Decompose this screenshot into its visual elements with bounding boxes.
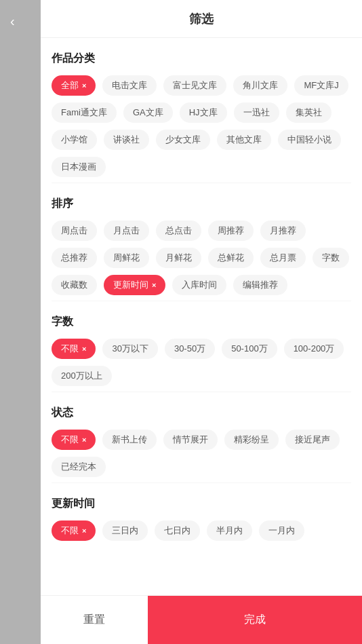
tag-category-9[interactable]: 集英社 xyxy=(286,102,331,123)
tag-label: 不限 xyxy=(61,525,79,537)
tag-label: 周推荐 xyxy=(218,225,244,235)
tag-sort-13[interactable]: 入库时间 xyxy=(172,275,226,295)
section-category: 作品分类全部×电击文库富士见文库角川文库MF文库JFami通文库GA文库HJ文库… xyxy=(52,38,351,183)
tag-label: 少女文库 xyxy=(165,134,201,145)
tag-status-0[interactable]: 不限× xyxy=(52,430,96,450)
tag-category-13[interactable]: 其他文库 xyxy=(217,130,271,150)
tag-label: 30万以下 xyxy=(112,343,148,354)
confirm-button[interactable]: 完成 xyxy=(148,596,362,644)
tag-label: 中国轻小说 xyxy=(287,134,331,145)
tag-label: 七日内 xyxy=(164,525,190,535)
tag-sort-5[interactable]: 总推荐 xyxy=(52,248,97,268)
tag-label: 总推荐 xyxy=(61,252,87,263)
panel-title: 筛选 xyxy=(189,11,214,27)
tag-status-1[interactable]: 新书上传 xyxy=(102,430,157,450)
tag-label: 编辑推荐 xyxy=(243,280,278,290)
tag-status-3[interactable]: 精彩纷呈 xyxy=(224,430,279,450)
section-update-time: 更新时间不限×三日内七日内半月内一月内 xyxy=(52,482,351,546)
tag-label: 讲谈社 xyxy=(113,134,140,145)
tag-label: 总鲜花 xyxy=(218,252,244,263)
tag-sort-0[interactable]: 周点击 xyxy=(52,221,97,241)
tag-label: 角川文库 xyxy=(243,80,278,90)
tag-close-icon[interactable]: × xyxy=(82,527,86,535)
tag-sort-8[interactable]: 总鲜花 xyxy=(208,248,254,268)
tag-category-11[interactable]: 讲谈社 xyxy=(104,130,149,150)
tag-status-4[interactable]: 接近尾声 xyxy=(285,430,340,450)
footer-bar: 重置 完成 xyxy=(41,595,362,644)
tag-update-time-1[interactable]: 三日内 xyxy=(102,520,148,541)
tag-wordcount-1[interactable]: 30万以下 xyxy=(102,339,157,359)
tags-wrap-update-time: 不限×三日内七日内半月内一月内 xyxy=(52,520,351,541)
tag-close-icon[interactable]: × xyxy=(82,81,86,90)
tag-label: 不限 xyxy=(61,434,79,446)
tag-sort-14[interactable]: 编辑推荐 xyxy=(233,275,287,295)
tag-category-1[interactable]: 电击文库 xyxy=(102,75,157,96)
tag-close-icon[interactable]: × xyxy=(82,436,86,444)
tag-wordcount-2[interactable]: 30-50万 xyxy=(165,339,215,359)
tag-label: 30-50万 xyxy=(174,343,205,354)
tag-update-time-0[interactable]: 不限× xyxy=(52,520,96,541)
tag-category-3[interactable]: 角川文库 xyxy=(233,75,287,96)
tag-status-5[interactable]: 已经完本 xyxy=(52,457,106,477)
tag-label: 收藏数 xyxy=(61,280,87,290)
tag-label: 已经完本 xyxy=(61,461,96,472)
reset-button[interactable]: 重置 xyxy=(41,596,148,644)
tag-status-2[interactable]: 情节展开 xyxy=(163,430,218,450)
tag-sort-10[interactable]: 字数 xyxy=(313,248,349,268)
tag-category-12[interactable]: 少女文库 xyxy=(156,130,210,150)
tag-category-15[interactable]: 日本漫画 xyxy=(52,157,106,177)
back-button[interactable]: ‹ xyxy=(10,14,15,29)
tag-update-time-3[interactable]: 半月内 xyxy=(207,520,252,541)
tag-label: 富士见文库 xyxy=(173,80,217,90)
tag-label: 日本漫画 xyxy=(61,162,96,172)
tag-label: 电击文库 xyxy=(112,80,147,90)
tag-label: 字数 xyxy=(322,252,340,263)
tag-wordcount-3[interactable]: 50-100万 xyxy=(222,339,277,359)
tag-close-icon[interactable]: × xyxy=(82,345,86,353)
tag-wordcount-5[interactable]: 200万以上 xyxy=(52,366,112,386)
tag-label: 200万以上 xyxy=(61,371,102,381)
tag-sort-12[interactable]: 更新时间× xyxy=(104,275,165,295)
tags-wrap-category: 全部×电击文库富士见文库角川文库MF文库JFami通文库GA文库HJ文库一迅社集… xyxy=(52,75,351,177)
tag-wordcount-0[interactable]: 不限× xyxy=(52,339,96,359)
tag-label: Fami通文库 xyxy=(61,107,107,117)
tag-label: 一迅社 xyxy=(243,107,270,117)
filter-panel: 筛选 作品分类全部×电击文库富士见文库角川文库MF文库JFami通文库GA文库H… xyxy=(41,0,362,644)
tag-close-icon[interactable]: × xyxy=(152,281,156,289)
tag-category-14[interactable]: 中国轻小说 xyxy=(278,130,341,150)
tag-label: 月推荐 xyxy=(270,225,296,235)
tag-update-time-2[interactable]: 七日内 xyxy=(155,520,200,541)
tag-label: GA文库 xyxy=(133,107,163,117)
tag-label: 月鲜花 xyxy=(165,252,192,263)
tag-label: 100-200万 xyxy=(294,343,335,354)
tag-label: 月点击 xyxy=(113,225,140,235)
tag-category-2[interactable]: 富士见文库 xyxy=(163,75,226,96)
tag-category-7[interactable]: HJ文库 xyxy=(180,102,227,123)
tag-wordcount-4[interactable]: 100-200万 xyxy=(284,339,344,359)
tag-category-4[interactable]: MF文库J xyxy=(294,75,348,96)
tag-label: 半月内 xyxy=(216,525,243,535)
panel-header: 筛选 xyxy=(41,0,362,38)
tag-sort-4[interactable]: 月推荐 xyxy=(260,221,306,241)
tags-wrap-sort: 周点击月点击总点击周推荐月推荐总推荐周鲜花月鲜花总鲜花总月票字数收藏数更新时间×… xyxy=(52,221,351,295)
tag-category-0[interactable]: 全部× xyxy=(52,75,96,96)
tag-label: MF文库J xyxy=(304,80,338,90)
tags-wrap-status: 不限×新书上传情节展开精彩纷呈接近尾声已经完本 xyxy=(52,430,351,477)
tag-sort-9[interactable]: 总月票 xyxy=(260,248,306,268)
tag-sort-11[interactable]: 收藏数 xyxy=(52,275,97,295)
tag-category-10[interactable]: 小学馆 xyxy=(52,130,97,150)
tag-sort-3[interactable]: 周推荐 xyxy=(208,221,254,241)
tag-category-8[interactable]: 一迅社 xyxy=(234,102,279,123)
tag-label: 周鲜花 xyxy=(113,252,140,263)
tag-sort-7[interactable]: 月鲜花 xyxy=(156,248,201,268)
tag-sort-2[interactable]: 总点击 xyxy=(156,221,201,241)
overlay-background xyxy=(0,0,41,644)
tag-category-5[interactable]: Fami通文库 xyxy=(52,102,117,123)
tag-update-time-4[interactable]: 一月内 xyxy=(259,520,304,541)
section-status: 状态不限×新书上传情节展开精彩纷呈接近尾声已经完本 xyxy=(52,392,351,482)
tag-label: 全部 xyxy=(61,79,79,92)
tag-category-6[interactable]: GA文库 xyxy=(123,102,173,123)
tag-sort-6[interactable]: 周鲜花 xyxy=(104,248,149,268)
tag-sort-1[interactable]: 月点击 xyxy=(104,221,149,241)
tag-label: 总点击 xyxy=(165,225,192,235)
